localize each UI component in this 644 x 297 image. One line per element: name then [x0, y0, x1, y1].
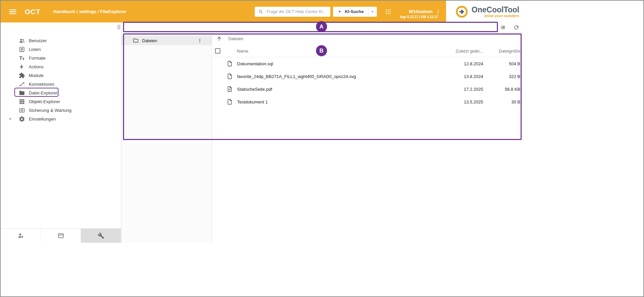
sidebar-item-formate[interactable]: Formate [1, 54, 121, 62]
hamburger-menu-icon[interactable] [8, 7, 17, 16]
sidebar-item-label: Actions [29, 64, 43, 69]
sidebar-item-label: Datei-Explorer [29, 90, 58, 95]
flash-icon [19, 64, 25, 70]
search-icon [258, 9, 263, 14]
file-explorer-toolbar [121, 22, 523, 32]
ai-sparkle-icon [337, 9, 342, 14]
tree-node-label: Dateien [142, 38, 157, 43]
current-path-label: Dateien [228, 36, 243, 41]
sidebar-item-label: Objekt-Explorer [29, 99, 60, 104]
sidebar-item-label: Module [29, 73, 43, 78]
sidebar-item-datei-explorer[interactable]: Datei-Explorer [1, 88, 121, 97]
sidebar-item-label: Listen [29, 47, 41, 52]
sidebar-item-actions[interactable]: Actions [1, 62, 121, 71]
expand-arrow-icon[interactable] [9, 117, 12, 121]
sidebar-item-label: Sicherung & Wartung [29, 108, 72, 113]
help-search-box [255, 7, 330, 17]
sidebar-item-label: Formate [29, 56, 45, 61]
ki-search-dropdown-button[interactable] [368, 7, 377, 17]
puzzle-icon [19, 72, 25, 79]
column-header-modified[interactable]: Zuletzt geän... [438, 49, 487, 54]
file-icon [227, 73, 233, 79]
apps-grid-icon[interactable] [385, 8, 392, 15]
file-size: 322 B [487, 74, 523, 79]
file-icon [227, 99, 233, 105]
breadcrumb: Handbuch / settings / FileExplorer [53, 9, 126, 14]
user-menu-kebab-icon[interactable] [435, 9, 441, 14]
folder-tree-panel: Dateien [121, 32, 212, 243]
version-info: App 5.12.17 | DB 5.12.17 [400, 15, 438, 19]
onecooltool-logo-icon [455, 5, 468, 18]
file-modified: 13.8.2024 [438, 74, 487, 79]
file-row[interactable]: favorite_24dp_BB271A_FILL1_wght400_GRAD0… [212, 70, 523, 83]
file-modified: 13.5.2025 [438, 99, 487, 104]
sidebar-item-objekt-explorer[interactable]: Objekt-Explorer [1, 97, 121, 106]
app-title: OCT [25, 8, 40, 16]
connector-icon [19, 81, 25, 87]
list-view-icon[interactable] [500, 24, 506, 30]
tab-tools[interactable] [81, 229, 121, 243]
sidebar-item-benutzer[interactable]: Benutzer [1, 36, 121, 45]
tree-node-kebab-icon[interactable] [197, 38, 202, 43]
sidebar-item-einstellungen[interactable]: Einstellungen [1, 115, 121, 123]
sidebar-item-label: Konnektoren [29, 82, 55, 87]
column-header-name[interactable]: Name [237, 49, 438, 54]
ki-search-button[interactable]: KI-Suche [333, 7, 368, 17]
sidebar-resize-handle[interactable] [118, 25, 120, 29]
file-icon [227, 61, 233, 67]
brand-logo-area: OneCoolTool know your numbers [446, 1, 523, 22]
grid-icon [19, 98, 25, 105]
sidebar-nav: Benutzer Listen Formate [1, 22, 121, 123]
tab-user-admin[interactable] [1, 229, 41, 243]
top-header-bar: OCT Handbuch / settings / FileExplorer K… [1, 1, 446, 22]
file-list-panel: Dateien Name Zuletzt geän... Dateigröße … [212, 32, 523, 243]
refresh-icon[interactable] [513, 24, 519, 30]
file-row[interactable]: Dokumentation.sql 12.8.2024 504 B [212, 57, 523, 70]
file-row[interactable]: StatischeSeite.pdf 17.2.2025 56.8 KB [212, 83, 523, 95]
folder-outline-icon [133, 38, 139, 44]
sidebar-item-konnektoren[interactable]: Konnektoren [1, 80, 121, 88]
sidebar-item-listen[interactable]: Listen [1, 45, 121, 54]
sidebar-item-module[interactable]: Module [1, 71, 121, 80]
column-header-size[interactable]: Dateigröße [487, 49, 523, 54]
users-icon [19, 38, 25, 44]
gear-icon [19, 116, 25, 122]
brand-name: OneCoolTool [471, 6, 519, 14]
screenshot-canvas: OCT Handbuch / settings / FileExplorer K… [0, 0, 644, 297]
navigate-up-icon[interactable] [216, 35, 222, 42]
tab-panels[interactable] [41, 229, 81, 243]
file-name: Testdokument 1 [237, 99, 438, 104]
file-row[interactable]: Testdokument 1 13.5.2025 30 B [212, 95, 523, 108]
select-all-checkbox[interactable] [215, 48, 220, 54]
file-size: 30 B [487, 99, 523, 104]
file-modified: 12.8.2024 [438, 61, 487, 66]
sidebar-item-label: Benutzer [29, 38, 47, 43]
sidebar-bottom-tabs [1, 228, 121, 243]
folder-icon [19, 90, 25, 96]
tree-node-dateien[interactable]: Dateien [121, 36, 212, 45]
wrench-icon [98, 232, 104, 239]
text-format-icon [19, 55, 25, 61]
file-size: 504 B [487, 61, 523, 66]
file-table-header: Name Zuletzt geän... Dateigröße [212, 45, 523, 57]
path-bar: Dateien [212, 32, 523, 45]
file-name: StatischeSeite.pdf [237, 87, 438, 92]
search-input[interactable] [266, 9, 327, 14]
window-card-icon [58, 232, 64, 239]
file-name: Dokumentation.sql [237, 61, 438, 66]
brand-logo-text: OneCoolTool know your numbers [471, 6, 519, 18]
brand-tagline: know your numbers [484, 14, 519, 18]
file-name: favorite_24dp_BB271A_FILL1_wght400_GRAD0… [237, 74, 438, 79]
file-size: 56.8 KB [487, 87, 523, 92]
sidebar: Benutzer Listen Formate [1, 22, 121, 243]
sidebar-item-sicherung-wartung[interactable]: Sicherung & Wartung [1, 106, 121, 115]
current-user[interactable]: W10\admin [409, 9, 433, 14]
ki-search-label: KI-Suche [345, 9, 363, 14]
app-window: OCT Handbuch / settings / FileExplorer K… [1, 1, 523, 243]
pdf-file-icon [227, 86, 233, 92]
user-settings-icon [17, 232, 24, 239]
list-icon [19, 46, 25, 53]
file-modified: 17.2.2025 [438, 87, 487, 92]
backup-icon [19, 107, 25, 114]
ki-search-split-button: KI-Suche [333, 7, 377, 17]
